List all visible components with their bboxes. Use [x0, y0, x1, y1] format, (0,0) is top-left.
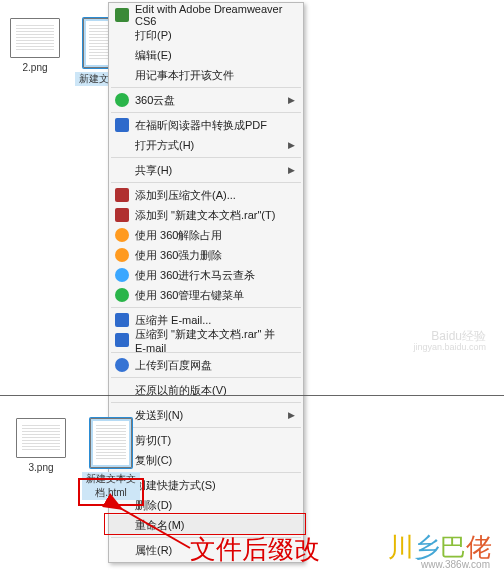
menu-item-label: 打开方式(H) [135, 138, 194, 153]
menu-item[interactable]: 使用 360管理右键菜单 [109, 285, 303, 305]
thumbnail-icon [16, 418, 66, 458]
thumbnail-icon [90, 418, 132, 468]
baidu-icon [114, 357, 130, 373]
menu-separator [111, 157, 301, 158]
ball-icon [114, 267, 130, 283]
annotation-text: 文件后缀改 [190, 532, 320, 567]
menu-item-label: 使用 360强力删除 [135, 248, 222, 263]
menu-item-label: 360云盘 [135, 93, 175, 108]
zipB-icon [114, 312, 130, 328]
360o-icon [114, 247, 130, 263]
zipR-icon [114, 187, 130, 203]
menu-item-label: 共享(H) [135, 163, 172, 178]
menu-item[interactable]: 编辑(E) [109, 45, 303, 65]
menu-item-label: 属性(R) [135, 543, 172, 558]
submenu-arrow-icon: ▶ [288, 140, 295, 150]
submenu-arrow-icon: ▶ [288, 410, 295, 420]
file-icon-3png[interactable]: 3.png [12, 418, 70, 473]
menu-item-label: 添加到压缩文件(A)... [135, 188, 236, 203]
menu-item[interactable]: 使用 360强力删除 [109, 245, 303, 265]
menu-item-label: 发送到(N) [135, 408, 183, 423]
menu-item[interactable]: 打开方式(H)▶ [109, 135, 303, 155]
menu-item-label: 剪切(T) [135, 433, 171, 448]
dw-icon [114, 7, 130, 23]
zipR-icon [114, 207, 130, 223]
menu-item[interactable]: 上传到百度网盘 [109, 355, 303, 375]
menu-item[interactable]: 还原以前的版本(V) [109, 380, 303, 400]
menu-item-label: 复制(C) [135, 453, 172, 468]
file-label: 2.png [6, 62, 64, 73]
360o-icon [114, 227, 130, 243]
menu-item-label: 用记事本打开该文件 [135, 68, 234, 83]
menu-item[interactable]: 用记事本打开该文件 [109, 65, 303, 85]
submenu-arrow-icon: ▶ [288, 165, 295, 175]
zipB-icon [114, 332, 130, 348]
highlight-filename-box [78, 478, 144, 506]
menu-item-label: 压缩并 E-mail... [135, 313, 211, 328]
menu-item[interactable]: 添加到 "新建文本文档.rar"(T) [109, 205, 303, 225]
submenu-arrow-icon: ▶ [288, 95, 295, 105]
menu-item[interactable]: 在福昕阅读器中转换成PDF [109, 115, 303, 135]
menu-separator [111, 182, 301, 183]
menu-item-label: 在福昕阅读器中转换成PDF [135, 118, 267, 133]
file-label: 3.png [12, 462, 70, 473]
brand-url: www.386w.com [421, 559, 490, 570]
menu-item-label: 添加到 "新建文本文档.rar"(T) [135, 208, 275, 223]
watermark-baidu-url: jingyan.baidu.com [413, 342, 486, 352]
360g-icon [114, 287, 130, 303]
menu-item-label: 创建快捷方式(S) [135, 478, 216, 493]
file-icon-2png[interactable]: 2.png [6, 18, 64, 73]
menu-item[interactable]: 360云盘▶ [109, 90, 303, 110]
scene-divider [0, 395, 504, 396]
menu-item-label: 编辑(E) [135, 48, 172, 63]
menu-item[interactable]: 压缩到 "新建文本文档.rar" 并 E-mail [109, 330, 303, 350]
menu-item[interactable]: 共享(H)▶ [109, 160, 303, 180]
menu-separator [111, 402, 301, 403]
pdf-icon [114, 117, 130, 133]
menu-item[interactable]: 打印(P) [109, 25, 303, 45]
360-icon [114, 92, 130, 108]
menu-separator [111, 87, 301, 88]
menu-item-label: 上传到百度网盘 [135, 358, 212, 373]
menu-item[interactable]: 使用 360进行木马云查杀 [109, 265, 303, 285]
menu-item[interactable]: Edit with Adobe Dreamweaver CS6 [109, 5, 303, 25]
menu-item-label: 打印(P) [135, 28, 172, 43]
menu-item-label: 使用 360管理右键菜单 [135, 288, 244, 303]
menu-separator [111, 377, 301, 378]
menu-item-label: 压缩到 "新建文本文档.rar" 并 E-mail [135, 327, 289, 354]
menu-separator [111, 307, 301, 308]
menu-item-label: 使用 360进行木马云查杀 [135, 268, 255, 283]
menu-item[interactable]: 添加到压缩文件(A)... [109, 185, 303, 205]
menu-item[interactable]: 使用 360解除占用 [109, 225, 303, 245]
menu-item-label: 使用 360解除占用 [135, 228, 222, 243]
menu-separator [111, 112, 301, 113]
menu-item-label: Edit with Adobe Dreamweaver CS6 [135, 3, 289, 27]
thumbnail-icon [10, 18, 60, 58]
